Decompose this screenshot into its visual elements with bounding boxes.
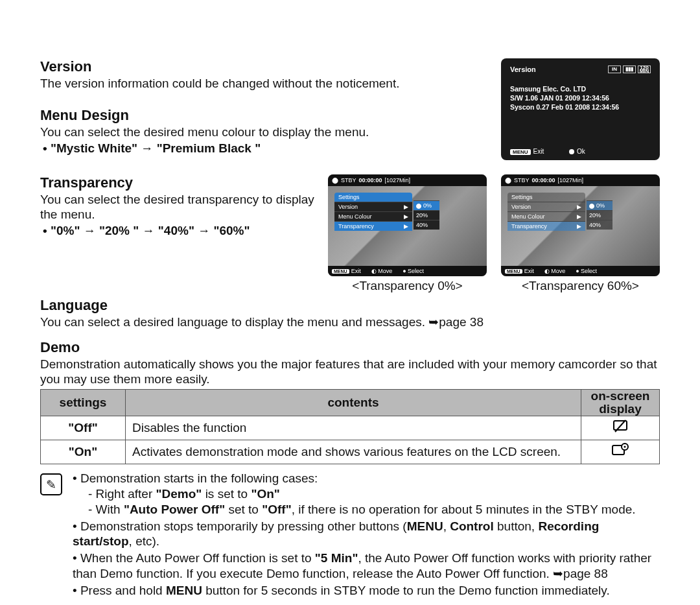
- note-block: ✎ Demonstration starts in the following …: [40, 471, 660, 599]
- note-icon: ✎: [40, 473, 62, 495]
- lcd-menu: Settings Version▶ Menu Colour▶ Transpare…: [334, 193, 412, 231]
- caption-transparency-0: <Transparency 0%>: [328, 279, 487, 293]
- note-item: Demonstration stops temporarily by press…: [73, 519, 660, 550]
- lcd-footbar: MENUExit ◐ Move ● Select: [501, 266, 660, 276]
- cell-setting: "On": [41, 440, 126, 464]
- lcd-topbar: ⬤ STBY 00:00:00 [1027Min]: [328, 174, 487, 186]
- table-row: "Off" Disables the function: [41, 416, 660, 440]
- note-subitem: Right after "Demo" is set to "On": [88, 486, 660, 502]
- text-transparency-body: You can select the desired transparency …: [40, 193, 318, 222]
- lcd-version-footer: MENUExit Ok: [510, 148, 609, 155]
- lcd-version-line-3: Syscon 0.27 Feb 01 2008 12:34:56: [510, 103, 651, 111]
- figure-transparency-0: ⬤ STBY 00:00:00 [1027Min] Settings Versi…: [328, 174, 487, 293]
- cell-content: Activates demonstration mode and shows v…: [126, 440, 581, 464]
- lcd-menu: Settings Version▶ Menu Colour▶ Transpare…: [508, 193, 585, 231]
- figure-transparency-60: ⬤ STBY 00:00:00 [1027Min] Settings Versi…: [501, 174, 660, 293]
- lcd-submenu: 0% 20% 40%: [414, 200, 439, 230]
- cell-setting: "Off": [41, 416, 126, 440]
- text-language-body: You can select a desired language to dis…: [40, 315, 660, 330]
- lcd-topbar: ⬤ STBY 00:00:00 [1027Min]: [501, 174, 660, 186]
- note-item: Demonstration starts in the following ca…: [73, 471, 660, 517]
- demo-table: settings contents on-screen display "Off…: [40, 389, 660, 464]
- text-version-body: The version information could be changed…: [40, 77, 501, 91]
- th-contents: contents: [126, 390, 581, 416]
- text-menu-design-body: You can select the desired menu colour t…: [40, 125, 501, 140]
- manual-page: Version The version information could be…: [0, 0, 700, 605]
- osd-on-icon: [581, 440, 660, 464]
- table-row: "On" Activates demonstration mode and sh…: [41, 440, 660, 464]
- th-osd: on-screen display: [581, 390, 660, 416]
- lcd-submenu: 0% 20% 40%: [587, 200, 612, 230]
- heading-transparency: Transparency: [40, 174, 318, 191]
- caption-transparency-60: <Transparency 60%>: [501, 279, 660, 293]
- lcd-version-screen: Version IN▮▮▮120MIN Samsung Elec. Co. LT…: [501, 58, 660, 160]
- bullet-transparency: "0%" → "20% " → "40%" → "60%": [43, 224, 318, 238]
- lcd-version-title: Version: [510, 65, 536, 73]
- lcd-status-icons: IN▮▮▮120MIN: [606, 65, 651, 73]
- lcd-version-line-1: Samsung Elec. Co. LTD: [510, 85, 651, 93]
- text-demo-body: Demonstration automatically shows you th…: [40, 357, 660, 387]
- heading-demo: Demo: [40, 339, 660, 356]
- note-item: Press and hold MENU button for 5 seconds…: [73, 583, 660, 599]
- osd-off-icon: [581, 416, 660, 440]
- svg-point-4: [624, 446, 626, 448]
- lcd-footbar: MENUExit ◐ Move ● Select: [328, 266, 487, 276]
- heading-menu-design: Menu Design: [40, 107, 501, 124]
- note-subitem: With "Auto Power Off" set to "Off", if t…: [88, 502, 660, 517]
- note-item: When the Auto Power Off function is set …: [73, 551, 660, 582]
- lcd-version-line-2: S/W 1.06 JAN 01 2009 12:34:56: [510, 94, 651, 102]
- bullet-menu-design: "Mystic White" → "Premium Black ": [43, 141, 501, 156]
- heading-language: Language: [40, 297, 660, 314]
- heading-version: Version: [40, 58, 501, 75]
- th-settings: settings: [41, 390, 126, 416]
- cell-content: Disables the function: [126, 416, 581, 440]
